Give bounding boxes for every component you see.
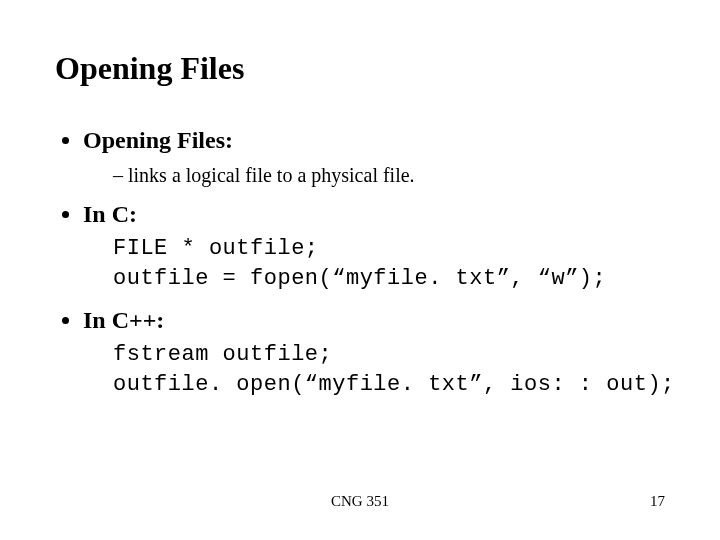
- code-cpp: fstream outfile; outfile. open(“myfile. …: [113, 340, 670, 399]
- bullet-label: In C:: [83, 201, 137, 227]
- sub-bullet-definition: links a logical file to a physical file.: [113, 164, 670, 187]
- slide: Opening Files Opening Files: links a log…: [0, 0, 720, 540]
- slide-title: Opening Files: [55, 50, 670, 87]
- bullet-in-c: In C: FILE * outfile; outfile = fopen(“m…: [83, 201, 670, 293]
- code-c: FILE * outfile; outfile = fopen(“myfile.…: [113, 234, 670, 293]
- bullet-label: In C++:: [83, 307, 164, 333]
- bullet-in-cpp: In C++: fstream outfile; outfile. open(“…: [83, 307, 670, 399]
- footer-course: CNG 351: [0, 493, 720, 510]
- sub-bullet-list: links a logical file to a physical file.: [83, 164, 670, 187]
- bullet-opening-files: Opening Files: links a logical file to a…: [83, 127, 670, 187]
- bullet-label: Opening Files:: [83, 127, 233, 153]
- bullet-list: Opening Files: links a logical file to a…: [55, 127, 670, 400]
- footer-page-number: 17: [650, 493, 665, 510]
